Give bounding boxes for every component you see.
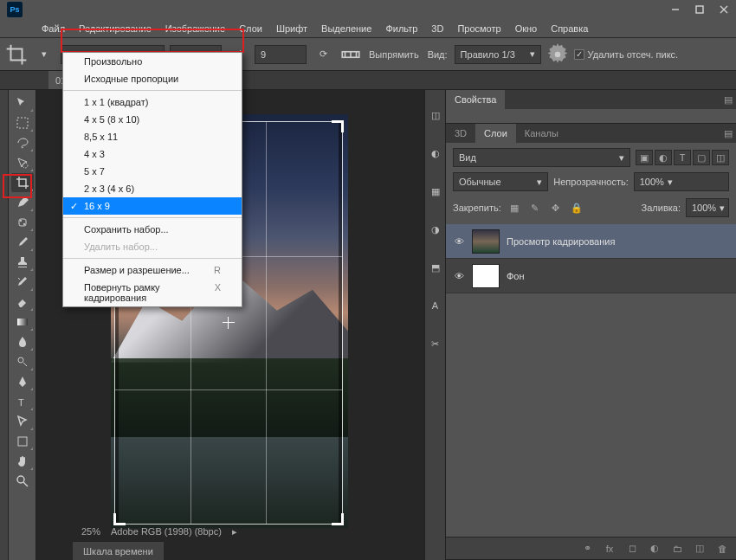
menu-help[interactable]: Справка <box>544 19 595 37</box>
save-preset-option[interactable]: Сохранить набор... <box>63 221 242 238</box>
ratio-option[interactable]: 1 x 1 (квадрат) <box>63 93 242 111</box>
menu-type[interactable]: Шрифт <box>269 19 314 37</box>
lock-transparency-icon[interactable]: ▦ <box>507 201 522 215</box>
eraser-tool[interactable] <box>11 293 34 312</box>
ratio-option[interactable]: 5 x 7 <box>63 163 242 180</box>
ratio-option-selected[interactable]: 16 x 9 <box>63 197 242 215</box>
filter-adjust-icon[interactable]: ◐ <box>655 150 672 165</box>
minimize-button[interactable] <box>663 0 688 19</box>
move-tool[interactable] <box>11 93 34 113</box>
crop-height-input[interactable]: 9 <box>255 45 307 64</box>
gradient-tool[interactable] <box>11 312 34 331</box>
quick-select-tool[interactable] <box>11 153 34 172</box>
3d-tab[interactable]: 3D <box>446 124 475 143</box>
group-layers-icon[interactable]: 🗀 <box>670 542 684 556</box>
lock-position-icon[interactable]: ✥ <box>548 201 564 215</box>
dock-history-icon[interactable]: ◫ <box>428 107 443 123</box>
maximize-button[interactable] <box>688 0 712 19</box>
pen-tool[interactable] <box>11 372 34 391</box>
layer-fx-icon[interactable]: fx <box>603 542 617 556</box>
layer-item[interactable]: 👁 Фон <box>446 259 736 293</box>
close-button[interactable] <box>712 0 736 19</box>
blur-tool[interactable] <box>11 332 34 351</box>
svg-rect-9 <box>17 118 28 128</box>
layer-name[interactable]: Фон <box>507 271 525 281</box>
visibility-toggle-icon[interactable]: 👁 <box>446 236 472 247</box>
adjustment-layer-icon[interactable]: ◐ <box>648 542 662 556</box>
dodge-tool[interactable] <box>11 352 34 371</box>
crop-options-gear-icon[interactable] <box>546 43 569 66</box>
delete-layer-icon[interactable]: 🗑 <box>715 542 729 556</box>
fill-input[interactable]: 100%▾ <box>686 198 729 217</box>
filter-pixel-icon[interactable]: ▣ <box>636 150 653 165</box>
dock-swatches-icon[interactable]: ▦ <box>428 183 443 199</box>
delete-cropped-checkbox[interactable]: ✓ Удалить отсеч. пикс. <box>574 49 679 60</box>
straighten-label: Выпрямить <box>367 49 421 60</box>
ratio-option[interactable]: Произвольно <box>63 53 242 70</box>
properties-tab[interactable]: Свойства <box>446 90 505 109</box>
menu-window[interactable]: Окно <box>508 19 545 37</box>
layers-tab[interactable]: Слои <box>475 124 516 143</box>
clear-ratio-icon[interactable]: ⟳ <box>312 43 334 66</box>
ratio-option[interactable]: Исходные пропорции <box>63 70 242 87</box>
type-tool[interactable]: T <box>11 392 34 411</box>
link-layers-icon[interactable]: ⚭ <box>580 542 594 556</box>
channels-tab[interactable]: Каналы <box>516 124 567 143</box>
marquee-tool[interactable] <box>11 113 34 132</box>
brush-tool[interactable] <box>11 233 34 252</box>
filter-type-icon[interactable]: T <box>674 150 691 165</box>
crop-tool[interactable] <box>11 173 34 192</box>
new-layer-icon[interactable]: ◫ <box>693 542 707 556</box>
lasso-tool[interactable] <box>11 133 34 152</box>
rotate-crop-option[interactable]: Повернуть рамку кадрированияX <box>63 279 242 306</box>
menu-image[interactable]: Изображение <box>158 19 232 37</box>
layer-thumbnail[interactable] <box>472 264 500 288</box>
menu-3d[interactable]: 3D <box>424 19 450 37</box>
panel-menu-icon[interactable]: ▤ <box>724 94 733 106</box>
menu-edit[interactable]: Редактирование <box>72 19 158 37</box>
collapsed-left-panel[interactable] <box>0 90 9 560</box>
path-select-tool[interactable] <box>11 412 34 431</box>
dock-tools-icon[interactable]: ✂ <box>428 336 443 351</box>
straighten-icon[interactable] <box>339 43 362 66</box>
dock-brushes-icon[interactable]: A <box>428 298 443 313</box>
stamp-tool[interactable] <box>11 253 34 272</box>
layer-name[interactable]: Просмотр кадрирования <box>507 236 615 247</box>
ratio-option[interactable]: 8,5 x 11 <box>63 128 242 145</box>
zoom-tool[interactable] <box>11 472 34 491</box>
eyedropper-tool[interactable] <box>11 193 34 212</box>
timeline-panel-tab[interactable]: Шкала времени <box>73 541 164 560</box>
panel-menu-icon[interactable]: ▤ <box>724 128 733 139</box>
dock-color-icon[interactable]: ◐ <box>428 145 443 161</box>
ratio-option[interactable]: 4 x 5 (8 x 10) <box>63 111 242 128</box>
layer-mask-icon[interactable]: ◻ <box>625 542 639 556</box>
menu-file[interactable]: Файл <box>35 19 72 37</box>
shape-tool[interactable] <box>11 432 34 451</box>
layer-thumbnail[interactable] <box>472 229 500 254</box>
dock-styles-icon[interactable]: ⬒ <box>428 260 443 275</box>
menu-view[interactable]: Просмотр <box>450 19 507 37</box>
zoom-level[interactable]: 25% <box>81 526 100 537</box>
overlay-view-dropdown[interactable]: Правило 1/3▾ <box>455 45 541 64</box>
menu-select[interactable]: Выделение <box>314 19 378 37</box>
lock-all-icon[interactable]: 🔒 <box>569 201 584 215</box>
size-resolution-option[interactable]: Размер и разрешение...R <box>63 261 242 279</box>
healing-tool[interactable] <box>11 213 34 232</box>
layer-filter-kind[interactable]: Вид▾ <box>453 148 630 167</box>
visibility-toggle-icon[interactable]: 👁 <box>446 271 472 281</box>
opacity-input[interactable]: 100%▾ <box>634 172 729 191</box>
menu-filter[interactable]: Фильтр <box>378 19 424 37</box>
filter-smart-icon[interactable]: ◫ <box>712 150 729 165</box>
layer-item[interactable]: 👁 Просмотр кадрирования <box>446 224 736 259</box>
lock-pixels-icon[interactable]: ✎ <box>527 201 543 215</box>
ratio-option[interactable]: 2 x 3 (4 x 6) <box>63 180 242 197</box>
tool-preset-dropdown[interactable]: ▾ <box>33 43 55 66</box>
ratio-option[interactable]: 4 x 3 <box>63 145 242 163</box>
history-brush-tool[interactable] <box>11 273 34 292</box>
color-profile[interactable]: Adobe RGB (1998) (8bpc) <box>111 526 222 537</box>
filter-shape-icon[interactable]: ▢ <box>693 150 710 165</box>
hand-tool[interactable] <box>11 452 34 471</box>
menu-layers[interactable]: Слои <box>232 19 269 37</box>
dock-adjustments-icon[interactable]: ◑ <box>428 222 443 237</box>
blend-mode-select[interactable]: Обычные▾ <box>453 172 548 191</box>
